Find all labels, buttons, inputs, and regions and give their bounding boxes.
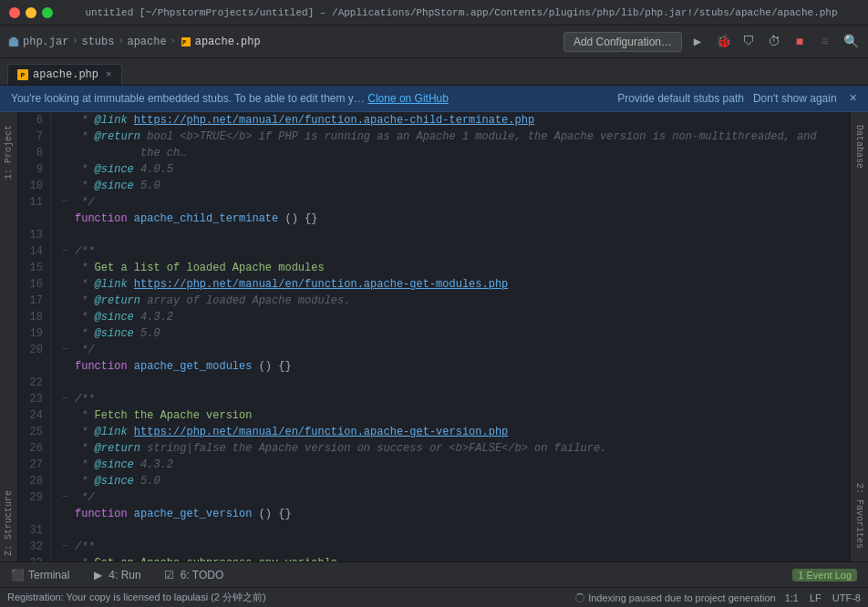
build-menu-button[interactable]: ≡ <box>815 32 835 52</box>
provide-stubs-path-button[interactable]: Provide default stubs path <box>617 92 744 105</box>
code-line-32: * Get an Apache subprocess_env variable <box>62 555 830 561</box>
code-line-19: − */ <box>62 342 830 358</box>
code-line-9: * @since 5.0 <box>62 178 830 194</box>
status-left: Registration: Your copy is licensed to l… <box>7 591 566 604</box>
code-line-6: * @link https://php.net/manual/en/functi… <box>62 112 830 129</box>
indexing-status: Indexing paused due to project generatio… <box>575 592 776 603</box>
fold-btn-19[interactable]: − <box>62 342 75 358</box>
code-line-27: * @since 5.0 <box>62 473 830 489</box>
todo-icon: ☑ <box>163 569 176 581</box>
titlebar: untitled [~/PhpstormProjects/untitled] –… <box>0 0 868 26</box>
toolbar: php.jar › stubs › apache › P apache.php … <box>0 26 868 58</box>
add-configuration-button[interactable]: Add Configuration… <box>563 32 682 52</box>
code-line-18: * @since 5.0 <box>62 325 830 342</box>
php-file-icon: P <box>180 36 192 48</box>
tab-apache-php[interactable]: P apache.php × <box>7 64 122 85</box>
window-controls <box>9 7 53 18</box>
fold-btn-22[interactable]: − <box>62 391 75 407</box>
right-sidebar: Database 2: Favorites <box>850 112 868 561</box>
code-line-26: * @since 4.3.2 <box>62 457 830 473</box>
code-line-28: − */ <box>62 489 830 506</box>
code-editor[interactable]: * @link https://php.net/manual/en/functi… <box>51 112 841 561</box>
code-line-12 <box>62 227 830 243</box>
status-bar: Registration: Your copy is licensed to l… <box>0 587 868 607</box>
sidebar-item-structure[interactable]: Z: Structure <box>2 485 16 561</box>
sidebar-item-database[interactable]: Database <box>852 119 866 174</box>
breadcrumb-sep-2: › <box>118 36 123 46</box>
encoding[interactable]: UTF-8 <box>832 592 861 603</box>
coverage-button[interactable]: ⛉ <box>739 32 759 52</box>
code-line-8: * @since 4.0.5 <box>62 161 830 178</box>
fold-btn-13[interactable]: − <box>62 243 75 260</box>
fold-btn-6[interactable] <box>62 112 75 129</box>
scrollbar[interactable] <box>841 112 850 561</box>
sidebar-item-favorites[interactable]: 2: Favorites <box>852 478 866 554</box>
jar-icon <box>7 36 20 48</box>
code-line-24: * @link https://php.net/manual/en/functi… <box>62 424 830 440</box>
breadcrumb: php.jar › stubs › apache › P apache.php <box>7 36 261 48</box>
tab-close-button[interactable]: × <box>106 69 112 80</box>
code-line-29: function apache_get_version () {} <box>62 506 830 522</box>
breadcrumb-sep-3: › <box>170 36 176 46</box>
svg-text:P: P <box>182 39 186 46</box>
clone-on-github-link[interactable]: Clone on GitHub <box>367 92 449 105</box>
cursor-position[interactable]: 1:1 <box>785 592 799 603</box>
line-numbers: 6 7 8 9 10 11 13 14 15 16 17 18 19 20 22… <box>18 112 51 561</box>
close-window-button[interactable] <box>9 7 20 18</box>
code-line-31: − /** <box>62 539 830 555</box>
tab-label: apache.php <box>33 68 98 81</box>
code-line-11: function apache_child_terminate () {} <box>62 211 830 227</box>
bottom-tab-todo[interactable]: ☑ 6: TODO <box>152 565 235 585</box>
code-line-17: * @since 4.3.2 <box>62 309 830 325</box>
notification-close-button[interactable]: × <box>850 91 857 106</box>
dont-show-again-button[interactable]: Don't show again <box>753 92 837 105</box>
code-line-22: − /** <box>62 391 830 407</box>
code-line-7: * @return bool <b>TRUE</b> if PHP is run… <box>62 129 830 161</box>
breadcrumb-apache[interactable]: apache <box>127 36 166 48</box>
event-log-badge: 1 Event Log <box>792 569 857 581</box>
bottom-tab-bar: ⬛ Terminal ▶ 4: Run ☑ 6: TODO 1 Event Lo… <box>0 561 868 587</box>
code-line-20: function apache_get_modules () {} <box>62 358 830 375</box>
code-line-10: − */ <box>62 194 830 211</box>
line-ending[interactable]: LF <box>810 592 822 603</box>
status-right: 1:1 LF UTF-8 <box>785 592 861 603</box>
registration-status: Registration: Your copy is licensed to l… <box>7 591 266 604</box>
maximize-window-button[interactable] <box>42 7 53 18</box>
code-line-15: * @link https://php.net/manual/en/functi… <box>62 276 830 293</box>
code-line-13: − /** <box>62 243 830 260</box>
profile-button[interactable]: ⏱ <box>764 32 784 52</box>
run-icon: ▶ <box>91 569 104 581</box>
search-everywhere-button[interactable]: 🔍 <box>841 32 861 52</box>
code-line-21 <box>62 375 830 391</box>
terminal-icon: ⬛ <box>11 569 24 581</box>
terminal-tab-label: Terminal <box>28 569 69 581</box>
code-line-16: * @return array of loaded Apache modules… <box>62 293 830 309</box>
svg-rect-1 <box>11 37 16 40</box>
fold-btn-28[interactable]: − <box>62 489 75 506</box>
toolbar-action-buttons: ▶ 🐞 ⛉ ⏱ ■ ≡ 🔍 <box>687 32 861 52</box>
code-line-30 <box>62 522 830 539</box>
debug-button[interactable]: 🐞 <box>713 32 733 52</box>
indexing-spinner <box>575 593 584 602</box>
fold-btn-10[interactable]: − <box>62 194 75 211</box>
sidebar-item-project[interactable]: 1: Project <box>2 119 16 185</box>
bottom-tab-terminal[interactable]: ⬛ Terminal <box>0 565 80 585</box>
breadcrumb-file[interactable]: P apache.php <box>180 36 261 48</box>
main-area: 1: Project Z: Structure 6 7 8 9 10 11 13… <box>0 112 868 561</box>
notification-text: You're looking at immutable embedded stu… <box>11 92 608 105</box>
tab-bar: P apache.php × <box>0 58 868 86</box>
breadcrumb-phpjar[interactable]: php.jar <box>7 36 68 48</box>
run-tab-label: 4: Run <box>108 569 140 581</box>
todo-tab-label: 6: TODO <box>181 569 224 581</box>
bottom-tab-run[interactable]: ▶ 4: Run <box>80 565 151 585</box>
breadcrumb-stubs[interactable]: stubs <box>81 36 114 48</box>
fold-btn-31[interactable]: − <box>62 539 75 555</box>
php-tab-icon: P <box>17 69 28 80</box>
stop-button[interactable]: ■ <box>790 32 810 52</box>
code-line-23: * Fetch the Apache version <box>62 407 830 424</box>
run-button[interactable]: ▶ <box>687 32 708 52</box>
minimize-window-button[interactable] <box>26 7 36 18</box>
event-log-button[interactable]: 1 Event Log <box>781 565 868 585</box>
code-line-25: * @return string|false the Apache versio… <box>62 440 830 457</box>
notification-banner: You're looking at immutable embedded stu… <box>0 86 868 112</box>
